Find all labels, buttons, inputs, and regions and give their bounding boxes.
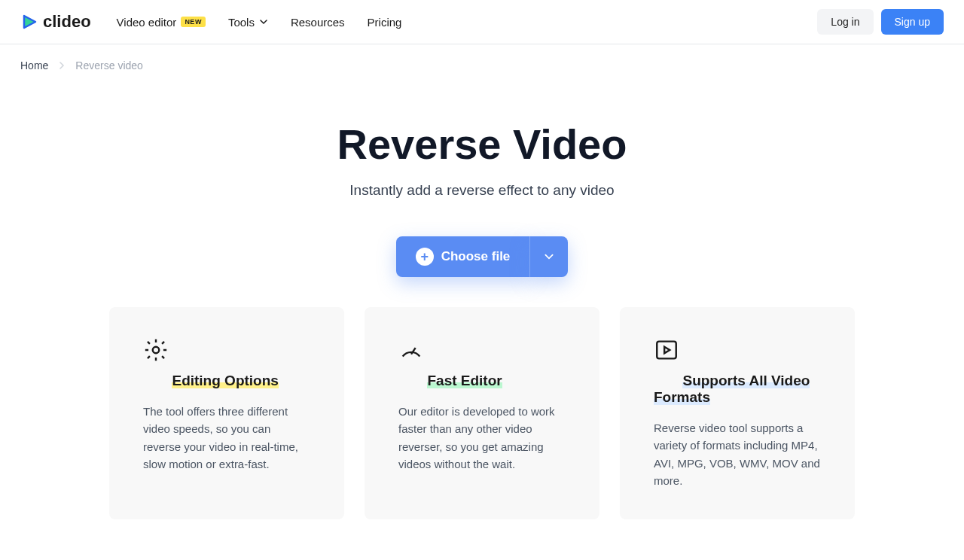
header: clideo Video editor NEW Tools Resources … bbox=[0, 0, 964, 44]
login-button[interactable]: Log in bbox=[817, 9, 873, 35]
choose-file-button[interactable]: + Choose file bbox=[396, 236, 530, 277]
plus-icon: + bbox=[416, 248, 434, 266]
nav-tools[interactable]: Tools bbox=[228, 16, 268, 29]
nav-pricing[interactable]: Pricing bbox=[368, 16, 402, 29]
nav-pricing-label: Pricing bbox=[368, 16, 402, 29]
page-title: Reverse Video bbox=[0, 120, 964, 169]
nav-video-editor[interactable]: Video editor NEW bbox=[117, 16, 206, 29]
nav-tools-label: Tools bbox=[228, 16, 255, 29]
chevron-down-icon bbox=[544, 251, 554, 262]
new-badge: NEW bbox=[181, 17, 206, 27]
gear-icon bbox=[143, 337, 169, 363]
video-icon bbox=[654, 337, 679, 363]
header-left: clideo Video editor NEW Tools Resources … bbox=[20, 12, 401, 32]
svg-point-0 bbox=[153, 347, 160, 354]
nav-resources[interactable]: Resources bbox=[291, 16, 345, 29]
speedometer-icon bbox=[398, 337, 424, 363]
hero: Reverse Video Instantly add a reverse ef… bbox=[0, 87, 964, 307]
choose-file-dropdown[interactable] bbox=[529, 236, 568, 277]
feature-title-formats: Supports All Video Formats bbox=[654, 373, 810, 405]
main-nav: Video editor NEW Tools Resources Pricing bbox=[117, 16, 402, 29]
brand-text: clideo bbox=[43, 12, 91, 32]
nav-video-editor-label: Video editor bbox=[117, 16, 177, 29]
breadcrumb-current: Reverse video bbox=[75, 59, 143, 72]
logo[interactable]: clideo bbox=[20, 12, 91, 32]
svg-rect-2 bbox=[657, 342, 676, 359]
choose-file-label: Choose file bbox=[441, 249, 511, 264]
breadcrumb: Home Reverse video bbox=[0, 44, 964, 87]
chevron-down-icon bbox=[259, 17, 268, 26]
feature-desc-editing: The tool offers three different video sp… bbox=[143, 403, 310, 473]
nav-resources-label: Resources bbox=[291, 16, 345, 29]
chevron-right-icon bbox=[59, 62, 65, 69]
feature-card-formats: Supports All Video Formats Reverse video… bbox=[620, 307, 855, 519]
page-subtitle: Instantly add a reverse effect to any vi… bbox=[0, 182, 964, 199]
choose-file-group: + Choose file bbox=[396, 236, 569, 277]
breadcrumb-home[interactable]: Home bbox=[20, 59, 48, 72]
feature-desc-fast: Our editor is developed to work faster t… bbox=[398, 403, 566, 473]
feature-card-fast: Fast Editor Our editor is developed to w… bbox=[365, 307, 599, 519]
feature-title-fast: Fast Editor bbox=[427, 373, 502, 388]
play-logo-icon bbox=[20, 13, 38, 31]
features: Editing Options The tool offers three di… bbox=[0, 307, 964, 549]
feature-card-editing: Editing Options The tool offers three di… bbox=[109, 307, 344, 519]
signup-button[interactable]: Sign up bbox=[881, 9, 944, 35]
header-right: Log in Sign up bbox=[817, 9, 944, 35]
feature-title-editing: Editing Options bbox=[172, 373, 278, 388]
feature-desc-formats: Reverse video tool supports a variety of… bbox=[654, 419, 821, 489]
